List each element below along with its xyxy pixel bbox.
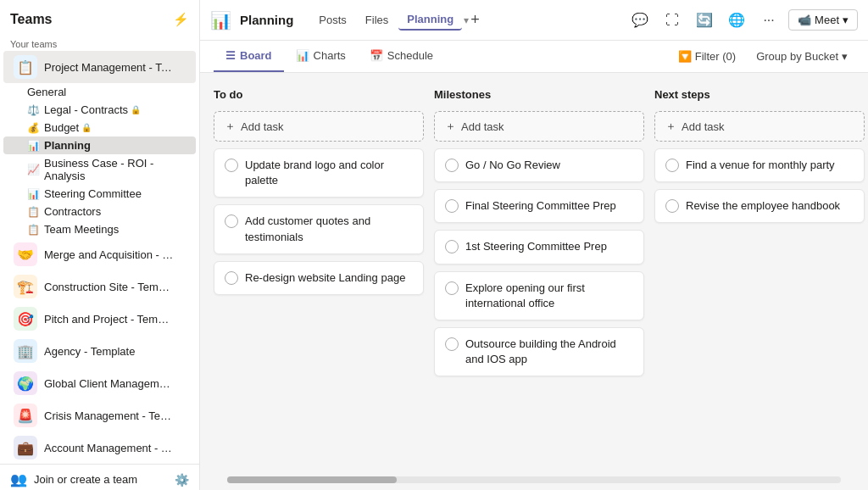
refresh-icon[interactable]: 🔄 [692, 8, 717, 33]
task-checkbox[interactable] [445, 240, 459, 253]
team-crisis-management[interactable]: 🚨 Crisis Management - Template ··· [3, 399, 196, 432]
task-card[interactable]: Find a venue for monthly party [654, 148, 865, 182]
team-global-client[interactable]: 🌍 Global Client Management - Te... ··· [3, 367, 196, 399]
board-tab-icon: ☰ [225, 49, 236, 62]
column-next-steps: Next steps ＋ Add task Find a venue for m… [654, 86, 865, 223]
channel-general[interactable]: General [3, 83, 196, 101]
add-tab-icon[interactable]: + [470, 11, 480, 29]
globe-icon[interactable]: 🌐 [724, 8, 749, 33]
team-icon-global: 🌍 [14, 371, 37, 395]
task-text: 1st Steering Committee Prep [465, 239, 607, 254]
join-team-icon: 👥 [10, 471, 27, 487]
group-by-bucket-button[interactable]: Group by Bucket ▾ [749, 47, 854, 66]
topbar: 📊 Planning Posts Files Planning ▾ + 💬 ⛶ … [200, 0, 868, 41]
task-text: Outsource building the Android and IOS a… [465, 337, 633, 367]
task-checkbox[interactable] [445, 337, 459, 351]
team-icon-agency: 🏢 [14, 339, 37, 363]
scrollbar-thumb[interactable] [227, 476, 397, 483]
main-content: 📊 Planning Posts Files Planning ▾ + 💬 ⛶ … [200, 0, 868, 490]
chat-icon[interactable]: 💬 [627, 8, 653, 33]
task-checkbox[interactable] [225, 214, 238, 228]
channel-legal-contracts[interactable]: ⚖️ Legal - Contracts 🔒 [3, 101, 196, 119]
team-pitch-project[interactable]: 🎯 Pitch and Project - Template ··· [3, 303, 196, 335]
add-task-milestones[interactable]: ＋ Add task [434, 111, 644, 142]
task-card[interactable]: Go / No Go Review [434, 148, 644, 182]
column-header-milestones: Milestones [434, 86, 644, 104]
task-text: Final Steering Committee Prep [465, 198, 616, 214]
channel-title: Planning [240, 13, 293, 27]
subtabs: ☰ Board 📊 Charts 📅 Schedule 🔽 Filter (0)… [200, 41, 868, 73]
task-text: Revise the employee handbook [686, 198, 840, 214]
charts-tab-label: Charts [314, 49, 346, 62]
tab-board[interactable]: ☰ Board [214, 41, 284, 72]
task-checkbox[interactable] [665, 199, 679, 213]
team-account-management[interactable]: 💼 Account Management - Templa... ··· [3, 432, 196, 464]
team-icon-account: 💼 [14, 436, 37, 459]
channel-contractors[interactable]: 📋 Contractors [3, 203, 196, 220]
task-text: Add customer quotes and testimonials [245, 214, 413, 244]
task-card[interactable]: Add customer quotes and testimonials [214, 204, 424, 253]
filter-icon: 🔽 [678, 50, 692, 63]
join-team-label: Join or create a team [34, 473, 137, 486]
team-name-global: Global Client Management - Te... [44, 377, 175, 390]
task-checkbox[interactable] [665, 159, 679, 172]
add-task-plus-icon: ＋ [665, 119, 676, 134]
task-checkbox[interactable] [445, 281, 459, 295]
task-checkbox[interactable] [445, 199, 459, 213]
add-task-label-milestones: Add task [461, 120, 504, 133]
team-name-crisis: Crisis Management - Template [44, 409, 175, 422]
nav-files[interactable]: Files [357, 10, 397, 30]
task-checkbox[interactable] [225, 159, 238, 172]
add-task-label-next-steps: Add task [682, 120, 725, 133]
horizontal-scrollbar[interactable] [227, 476, 841, 483]
nav-posts[interactable]: Posts [310, 10, 355, 30]
column-header-todo: To do [214, 86, 424, 104]
channel-business-case[interactable]: 📈 Business Case - ROI - Analysis [3, 154, 196, 185]
team-icon-project-management: 📋 [14, 55, 37, 79]
channel-planning[interactable]: 📊 Planning [3, 136, 196, 154]
task-card[interactable]: 1st Steering Committee Prep [434, 230, 644, 264]
team-construction-site[interactable]: 🏗️ Construction Site - Template ··· [3, 270, 196, 303]
team-agency[interactable]: 🏢 Agency - Template ··· [3, 335, 196, 367]
task-card[interactable]: Outsource building the Android and IOS a… [434, 327, 644, 376]
join-create-team[interactable]: 👥 Join or create a team ⚙️ [0, 464, 199, 490]
team-icon-construction: 🏗️ [14, 275, 37, 298]
topbar-nav: Posts Files Planning ▾ + [310, 9, 620, 31]
settings-gear-icon[interactable]: ⚙️ [175, 473, 189, 487]
filter-label: Filter (0) [695, 50, 736, 63]
task-card[interactable]: Update brand logo and color palette [214, 148, 424, 198]
tab-schedule[interactable]: 📅 Schedule [358, 41, 445, 72]
team-merge-acquisition[interactable]: 🤝 Merge and Acquisition - Templ... ··· [3, 238, 196, 270]
team-name-merge: Merge and Acquisition - Templ... [44, 248, 175, 261]
nav-planning[interactable]: Planning [398, 9, 462, 31]
task-card[interactable]: Explore opening our first international … [434, 271, 644, 320]
team-project-management[interactable]: 📋 Project Management - Template ··· [3, 51, 196, 83]
column-todo: To do ＋ Add task Update brand logo and c… [214, 86, 424, 295]
task-checkbox[interactable] [225, 271, 238, 285]
sidebar-header: Teams ⚡ [0, 0, 199, 34]
add-task-plus-icon: ＋ [445, 119, 456, 134]
schedule-tab-label: Schedule [387, 49, 433, 62]
meet-button[interactable]: 📹 Meet ▾ [788, 9, 858, 31]
add-task-next-steps[interactable]: ＋ Add task [654, 111, 865, 142]
charts-tab-icon: 📊 [296, 49, 309, 62]
task-text: Re-design website Landing page [245, 270, 405, 286]
team-icon-pitch: 🎯 [14, 307, 37, 331]
task-card[interactable]: Revise the employee handbook [654, 189, 865, 223]
filter-icon[interactable]: ⚡ [173, 12, 189, 27]
channel-team-meetings[interactable]: 📋 Team Meetings [3, 220, 196, 238]
add-task-label-todo: Add task [241, 120, 284, 133]
channel-budget[interactable]: 💰 Budget 🔒 [3, 119, 196, 136]
add-task-todo[interactable]: ＋ Add task [214, 111, 424, 142]
more-options-icon[interactable]: ··· [756, 8, 782, 33]
task-card[interactable]: Final Steering Committee Prep [434, 189, 644, 223]
filter-button[interactable]: 🔽 Filter (0) [671, 47, 743, 66]
task-text: Find a venue for monthly party [686, 158, 835, 173]
expand-icon[interactable]: ⛶ [659, 8, 685, 33]
task-card[interactable]: Re-design website Landing page [214, 261, 424, 295]
team-name-account: Account Management - Templa... [44, 442, 175, 454]
column-header-next-steps: Next steps [654, 86, 865, 104]
channel-steering-committee[interactable]: 📊 Steering Committee [3, 185, 196, 203]
tab-charts[interactable]: 📊 Charts [284, 41, 358, 72]
task-checkbox[interactable] [445, 159, 459, 172]
